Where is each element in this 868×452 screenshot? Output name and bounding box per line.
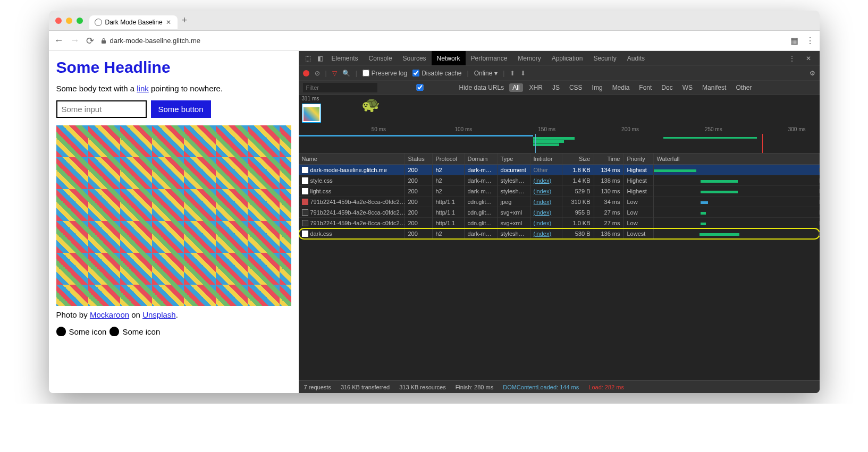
filter-type-font[interactable]: Font (636, 83, 655, 92)
filmstrip-thumb[interactable] (302, 104, 321, 123)
inspect-icon[interactable]: ⬚ (302, 51, 314, 65)
status-bar: 7 requests 316 KB transferred 313 KB res… (299, 380, 820, 393)
tab-title: Dark Mode Baseline (105, 19, 163, 26)
devtools-tab-network[interactable]: Network (432, 51, 466, 65)
filter-type-media[interactable]: Media (609, 83, 633, 92)
bulb-icon (109, 327, 119, 336)
status-transferred: 316 KB transferred (341, 384, 390, 390)
devtools-tab-security[interactable]: Security (588, 51, 621, 65)
initiator-link[interactable]: (index) (534, 199, 552, 205)
network-row[interactable]: dark.css200h2dark-mo…stylesheet(index)53… (299, 228, 820, 239)
record-icon[interactable] (303, 70, 309, 76)
back-button[interactable]: ← (54, 35, 64, 46)
file-icon (302, 188, 308, 194)
filter-type-all[interactable]: All (509, 83, 523, 92)
devtools-tab-audits[interactable]: Audits (622, 51, 650, 65)
col-status[interactable]: Status (405, 153, 433, 164)
menu-button[interactable]: ⋮ (806, 36, 814, 46)
filter-type-ws[interactable]: WS (679, 83, 696, 92)
forward-button[interactable]: → (70, 35, 80, 46)
network-row[interactable]: 791b2241-459b-4a2e-8cca-c0fdc2…200http/1… (299, 207, 820, 218)
grid-header: Name Status Protocol Domain Type Initiat… (299, 153, 820, 165)
devtools-tab-application[interactable]: Application (546, 51, 588, 65)
filter-input[interactable] (303, 83, 377, 92)
col-time[interactable]: Time (594, 153, 624, 164)
network-row[interactable]: style.css200h2dark-mo…stylesheet(index)1… (299, 175, 820, 186)
close-window-button[interactable] (55, 18, 62, 24)
throttling-select[interactable]: Online▾ (474, 70, 498, 77)
author-link[interactable]: Mockaroon (90, 310, 129, 319)
input-row: Some button (56, 100, 291, 118)
filter-type-css[interactable]: CSS (566, 83, 586, 92)
filter-type-manifest[interactable]: Manifest (699, 83, 729, 92)
file-icon (302, 199, 308, 205)
new-tab-button[interactable]: + (182, 15, 188, 26)
close-tab-icon[interactable]: ✕ (166, 19, 172, 26)
url-text: dark-mode-baseline.glitch.me (110, 37, 201, 45)
devtools-close-icon[interactable]: ✕ (800, 51, 816, 65)
settings-icon[interactable]: ⚙ (810, 70, 815, 77)
devtools-tab-elements[interactable]: Elements (326, 51, 364, 65)
initiator-link[interactable]: (index) (534, 177, 552, 184)
col-priority[interactable]: Priority (624, 153, 654, 164)
filter-type-xhr[interactable]: XHR (526, 83, 546, 92)
filter-type-js[interactable]: JS (549, 83, 563, 92)
status-dcl: DOMContentLoaded: 144 ms (503, 384, 579, 390)
col-domain[interactable]: Domain (465, 153, 498, 164)
hide-urls-checkbox[interactable]: Hide data URLs (383, 84, 504, 91)
network-row[interactable]: 791b2241-459b-4a2e-8cca-c0fdc2…200http/1… (299, 218, 820, 228)
initiator-link[interactable]: (index) (534, 231, 552, 237)
candy-image (56, 125, 291, 306)
devtools-tabs: ⬚ ◧ ElementsConsoleSourcesNetworkPerform… (299, 51, 820, 66)
filter-type-img[interactable]: Img (589, 83, 606, 92)
initiator-link[interactable]: (index) (534, 220, 552, 226)
reload-button[interactable]: ⟳ (86, 35, 94, 47)
initiator-link[interactable]: (index) (534, 209, 552, 216)
some-button[interactable]: Some button (151, 100, 211, 118)
devtools-tab-memory[interactable]: Memory (512, 51, 546, 65)
download-icon[interactable]: ⬇ (520, 70, 526, 77)
file-icon (302, 220, 308, 226)
network-row[interactable]: light.css200h2dark-mo…stylesheet(index)5… (299, 186, 820, 197)
some-input[interactable] (56, 100, 147, 118)
page-headline: Some Headline (56, 58, 291, 76)
upload-icon[interactable]: ⬆ (510, 70, 515, 77)
network-row[interactable]: dark-mode-baseline.glitch.me200h2dark-mo… (299, 165, 820, 175)
devtools-tab-sources[interactable]: Sources (398, 51, 432, 65)
globe-icon (95, 19, 102, 26)
search-icon[interactable]: 🔍 (342, 70, 350, 77)
status-resources: 313 KB resources (399, 384, 445, 390)
preserve-log-checkbox[interactable]: Preserve log (363, 70, 407, 77)
site-link[interactable]: Unsplash (142, 310, 176, 319)
col-initiator[interactable]: Initiator (530, 153, 562, 164)
initiator-link[interactable]: (index) (534, 188, 552, 194)
url-box[interactable]: dark-mode-baseline.glitch.me (100, 37, 201, 45)
initiator-link: Other (534, 167, 549, 173)
body-link[interactable]: link (137, 84, 149, 93)
col-name[interactable]: Name (299, 153, 405, 164)
disable-cache-checkbox[interactable]: Disable cache (412, 70, 461, 77)
device-toggle-icon[interactable]: ◧ (314, 51, 326, 65)
clear-icon[interactable]: ⊘ (315, 70, 320, 77)
browser-tab[interactable]: Dark Mode Baseline ✕ (89, 15, 178, 29)
network-row[interactable]: 791b2241-459b-4a2e-8cca-c0fdc2…200http/1… (299, 197, 820, 207)
devtools-more-icon[interactable]: ⋮ (783, 51, 800, 65)
maximize-window-button[interactable] (77, 18, 83, 24)
col-size[interactable]: Size (562, 153, 594, 164)
minimize-window-button[interactable] (66, 18, 72, 24)
col-protocol[interactable]: Protocol (433, 153, 465, 164)
filter-type-other[interactable]: Other (732, 83, 755, 92)
col-type[interactable]: Type (498, 153, 530, 164)
network-grid: Name Status Protocol Domain Type Initiat… (299, 153, 820, 380)
col-waterfall[interactable]: Waterfall (654, 153, 820, 164)
grid-body: 🐢 dark-mode-baseline.glitch.me200h2dark-… (299, 165, 820, 380)
filter-icon[interactable]: ▽ (332, 70, 337, 77)
page-content: Some Headline Some body text with a link… (49, 51, 299, 393)
devtools-tab-console[interactable]: Console (364, 51, 398, 65)
extension-icon[interactable]: ▦ (790, 36, 798, 46)
file-icon (302, 167, 308, 173)
file-icon (302, 209, 308, 216)
devtools-tab-performance[interactable]: Performance (466, 51, 513, 65)
filter-type-doc[interactable]: Doc (658, 83, 676, 92)
overview-chart[interactable] (299, 134, 820, 153)
